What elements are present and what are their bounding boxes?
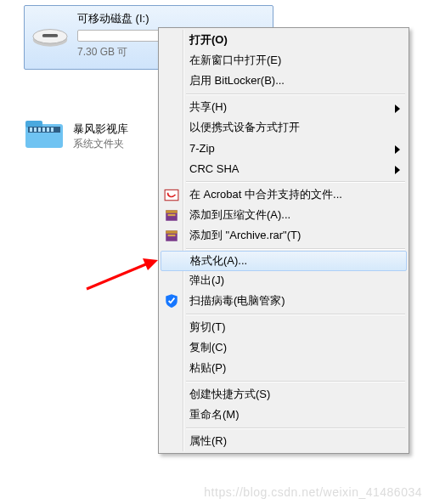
svg-line-12 bbox=[87, 263, 148, 289]
svg-rect-17 bbox=[168, 214, 176, 216]
menu-7zip[interactable]: 7-Zip bbox=[161, 138, 407, 158]
submenu-arrow-icon bbox=[395, 164, 402, 177]
drive-label: 可移动磁盘 (I:) bbox=[77, 11, 266, 26]
menu-scan-virus[interactable]: 扫描病毒(电脑管家) bbox=[161, 291, 407, 311]
antivirus-icon bbox=[164, 293, 179, 309]
menu-open[interactable]: 打开(O) bbox=[161, 30, 407, 50]
menu-add-to-archive[interactable]: 添加到压缩文件(A)... bbox=[161, 205, 407, 225]
folder-info: 暴风影视库 系统文件夹 bbox=[73, 122, 128, 151]
menu-paste[interactable]: 粘贴(P) bbox=[161, 358, 407, 378]
winrar-icon bbox=[164, 207, 179, 223]
folder-icon bbox=[24, 117, 65, 155]
menu-separator bbox=[186, 181, 405, 182]
menu-separator bbox=[186, 428, 405, 428]
folder-label: 暴风影视库 bbox=[73, 122, 128, 137]
annotation-arrow bbox=[85, 257, 158, 291]
menu-separator bbox=[186, 381, 405, 382]
menu-acrobat-combine[interactable]: 在 Acrobat 中合并支持的文件... bbox=[161, 184, 407, 205]
svg-rect-8 bbox=[38, 127, 41, 132]
menu-share[interactable]: 共享(H) bbox=[161, 97, 407, 117]
svg-rect-7 bbox=[34, 127, 37, 132]
menu-bitlocker[interactable]: 启用 BitLocker(B)... bbox=[161, 71, 407, 91]
submenu-arrow-icon bbox=[395, 144, 402, 156]
menu-format[interactable]: 格式化(A)... bbox=[161, 251, 407, 271]
svg-marker-13 bbox=[143, 258, 158, 270]
svg-rect-20 bbox=[168, 235, 176, 236]
menu-portable-device[interactable]: 以便携式设备方式打开 bbox=[161, 117, 407, 138]
menu-eject[interactable]: 弹出(J) bbox=[161, 270, 407, 291]
menu-rename[interactable]: 重命名(M) bbox=[161, 405, 407, 425]
svg-rect-19 bbox=[166, 230, 178, 233]
svg-rect-11 bbox=[51, 127, 54, 132]
svg-rect-6 bbox=[30, 127, 32, 132]
menu-cut[interactable]: 剪切(T) bbox=[161, 317, 407, 337]
watermark: https://blog.csdn.net/weixin_41486034 bbox=[204, 485, 422, 499]
menu-create-shortcut[interactable]: 创建快捷方式(S) bbox=[161, 384, 407, 405]
menu-separator bbox=[186, 93, 405, 94]
menu-copy[interactable]: 复制(C) bbox=[161, 337, 407, 358]
drive-icon bbox=[31, 9, 69, 60]
context-menu: 打开(O) 在新窗口中打开(E) 启用 BitLocker(B)... 共享(H… bbox=[158, 27, 409, 454]
winrar-icon bbox=[164, 228, 179, 243]
svg-rect-2 bbox=[42, 34, 58, 37]
acrobat-icon bbox=[164, 187, 179, 202]
menu-separator bbox=[186, 248, 405, 249]
folder-item[interactable]: 暴风影视库 系统文件夹 bbox=[24, 117, 128, 155]
menu-properties[interactable]: 属性(R) bbox=[161, 431, 407, 451]
svg-rect-14 bbox=[165, 190, 178, 200]
menu-open-new-window[interactable]: 在新窗口中打开(E) bbox=[161, 50, 407, 71]
folder-subtext: 系统文件夹 bbox=[73, 137, 128, 151]
svg-rect-4 bbox=[25, 121, 42, 127]
svg-rect-9 bbox=[42, 127, 45, 132]
svg-rect-10 bbox=[47, 127, 49, 132]
menu-add-to-named-archive[interactable]: 添加到 "Archive.rar"(T) bbox=[161, 225, 407, 246]
menu-separator bbox=[186, 314, 405, 314]
submenu-arrow-icon bbox=[395, 103, 402, 116]
menu-crc-sha[interactable]: CRC SHA bbox=[161, 158, 407, 178]
svg-rect-16 bbox=[166, 210, 178, 212]
